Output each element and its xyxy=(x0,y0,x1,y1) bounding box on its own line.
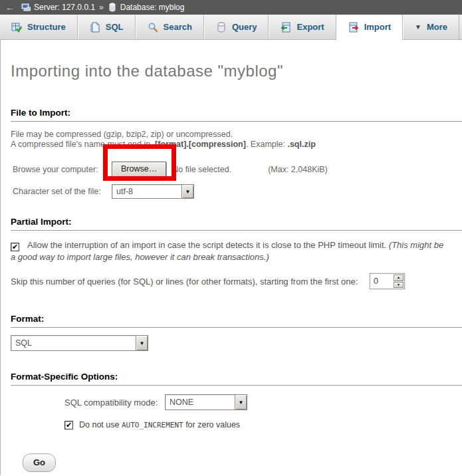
skip-queries-input[interactable]: 0 ▲ ▼ xyxy=(370,273,405,289)
breadcrumb-database-label: Database: myblog xyxy=(120,3,185,12)
structure-icon xyxy=(11,22,22,33)
search-icon xyxy=(148,22,158,33)
format-select[interactable]: SQL ▼ xyxy=(11,335,148,351)
charset-value: utf-8 xyxy=(112,185,181,198)
tab-label: Structure xyxy=(27,22,66,32)
page-title: Importing into the database "myblog" xyxy=(11,40,462,80)
no-file-text: No file selected. xyxy=(172,165,231,174)
tab-search[interactable]: Search xyxy=(136,15,204,39)
tab-label: Query xyxy=(232,22,257,32)
browse-row: Browse your computer: Browse… No file se… xyxy=(13,162,462,177)
compression-hint: File may be compressed (gzip, bzip2, zip… xyxy=(11,130,462,150)
go-button[interactable]: Go xyxy=(23,453,56,472)
breadcrumb-server-label: Server: 127.0.0.1 xyxy=(34,3,95,12)
tab-label: Import xyxy=(364,22,391,32)
auto-increment-row: ✔ Do not use AUTO_INCREMENT for zero val… xyxy=(64,420,462,429)
dropdown-arrow-icon[interactable]: ▼ xyxy=(235,395,247,410)
section-format-options: Format-Specific Options: SQL compatibili… xyxy=(11,372,462,429)
auto-increment-checkbox[interactable]: ✔ xyxy=(64,421,73,429)
breadcrumb-database[interactable]: Database: myblog xyxy=(108,3,185,12)
tab-import[interactable]: Import xyxy=(336,15,403,40)
charset-select[interactable]: utf-8 ▼ xyxy=(112,184,194,199)
allow-interruption-checkbox[interactable]: ✔ xyxy=(11,243,19,251)
tab-sql[interactable]: SQL xyxy=(78,15,136,39)
format-heading: Format: xyxy=(11,314,462,328)
skip-queries-label: Skip this number of queries (for SQL) or… xyxy=(11,277,370,287)
back-arrow-icon[interactable]: ← xyxy=(3,2,17,13)
sql-compat-value: NONE xyxy=(166,395,235,410)
skip-queries-row: Skip this number of queries (for SQL) or… xyxy=(11,273,462,289)
breadcrumb-bar: ← Server: 127.0.0.1 » Database: myblog xyxy=(0,0,462,15)
server-icon xyxy=(21,3,31,12)
tab-structure[interactable]: Structure xyxy=(0,15,78,39)
allow-interruption-label: Allow the interruption of an import in c… xyxy=(27,240,389,250)
tab-label: More xyxy=(427,22,447,32)
file-to-import-heading: File to Import: xyxy=(11,108,462,122)
spinner-down-icon[interactable]: ▼ xyxy=(394,282,404,289)
tab-export[interactable]: Export xyxy=(269,15,336,39)
tab-bar: Structure SQL Search Query Export Import… xyxy=(0,15,462,40)
charset-label: Character set of the file: xyxy=(13,187,112,196)
spinner-up-icon[interactable]: ▲ xyxy=(394,275,404,281)
database-icon xyxy=(108,3,117,12)
sql-compat-label: SQL compatibility mode: xyxy=(64,398,165,408)
max-size-text: (Max: 2,048KiB) xyxy=(268,165,328,174)
dropdown-arrow-icon[interactable]: ▼ xyxy=(136,336,148,350)
import-icon xyxy=(348,22,359,33)
charset-row: Character set of the file: utf-8 ▼ xyxy=(13,184,462,199)
dropdown-arrow-icon[interactable]: ▼ xyxy=(181,185,193,198)
tab-more[interactable]: ▼ More xyxy=(403,15,459,39)
skip-queries-value[interactable]: 0 xyxy=(370,274,393,289)
partial-import-heading: Partial Import: xyxy=(11,217,462,231)
query-icon xyxy=(216,22,227,33)
auto-increment-label: Do not use AUTO_INCREMENT for zero value… xyxy=(79,420,240,429)
section-partial-import: Partial Import: ✔Allow the interruption … xyxy=(11,217,462,289)
section-file-to-import: File to Import: File may be compressed (… xyxy=(11,108,462,199)
breadcrumb-server[interactable]: Server: 127.0.0.1 xyxy=(21,3,95,12)
export-icon xyxy=(281,22,291,33)
tab-label: SQL xyxy=(106,22,124,32)
sql-compat-select[interactable]: NONE ▼ xyxy=(165,394,247,410)
breadcrumb-separator: » xyxy=(99,3,104,12)
tab-label: Export xyxy=(296,22,324,32)
sql-compat-row: SQL compatibility mode: NONE ▼ xyxy=(64,394,462,410)
format-options-heading: Format-Specific Options: xyxy=(11,372,462,386)
allow-interruption-row: ✔Allow the interruption of an import in … xyxy=(11,239,462,263)
tab-label: Search xyxy=(164,22,192,32)
format-value: SQL xyxy=(11,336,136,350)
browse-label: Browse your computer: xyxy=(13,165,112,174)
browse-button[interactable]: Browse… xyxy=(112,162,166,177)
sql-icon xyxy=(90,22,100,33)
chevron-down-icon: ▼ xyxy=(415,23,421,31)
tab-query[interactable]: Query xyxy=(204,15,269,39)
import-page: Importing into the database "myblog" Fil… xyxy=(0,40,462,475)
section-format: Format: SQL ▼ xyxy=(11,314,462,351)
